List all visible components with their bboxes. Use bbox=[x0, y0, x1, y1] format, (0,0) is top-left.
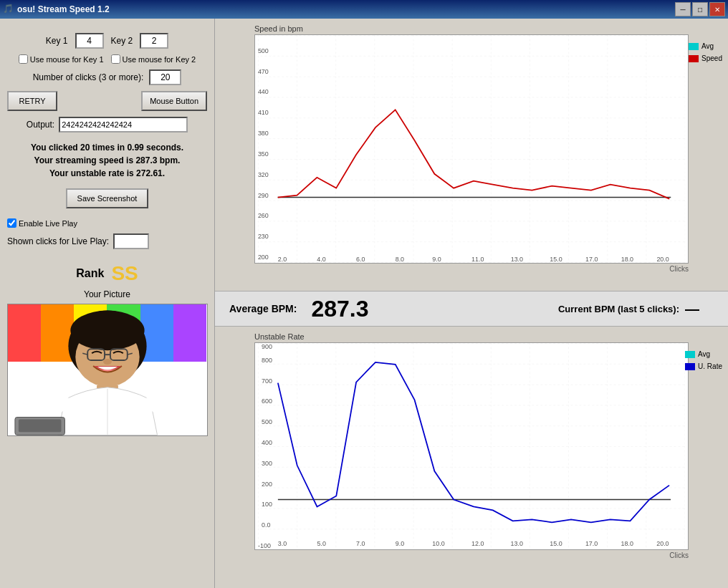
rank-value: SS bbox=[111, 262, 138, 285]
svg-text:500: 500 bbox=[262, 418, 272, 425]
svg-text:700: 700 bbox=[262, 377, 272, 385]
speed-label: Speed bbox=[701, 54, 722, 62]
maximize-button[interactable]: □ bbox=[692, 2, 708, 16]
key2-input[interactable] bbox=[140, 33, 168, 49]
speed-chart-svg: 200 230 260 290 320 350 380 410 440 470 … bbox=[255, 35, 688, 263]
current-bpm-value: — bbox=[685, 301, 714, 317]
svg-text:18.0: 18.0 bbox=[621, 540, 633, 547]
key2-label: Key 2 bbox=[111, 36, 133, 46]
svg-text:410: 410 bbox=[258, 109, 269, 116]
svg-text:290: 290 bbox=[258, 192, 269, 199]
picture-frame bbox=[7, 304, 208, 436]
svg-rect-14 bbox=[18, 419, 61, 432]
use-mouse-key1-label[interactable]: Use mouse for Key 1 bbox=[19, 54, 104, 64]
mouse-button-button[interactable]: Mouse Button bbox=[141, 91, 207, 111]
maximize-icon: □ bbox=[698, 6, 702, 14]
svg-rect-16 bbox=[258, 35, 685, 263]
minimize-button[interactable]: ─ bbox=[675, 2, 691, 16]
clicks-input[interactable] bbox=[149, 69, 181, 85]
svg-text:18.0: 18.0 bbox=[621, 256, 633, 263]
result-line1: You clicked 20 times in 0.99 seconds. bbox=[7, 141, 207, 154]
close-icon: ✕ bbox=[714, 6, 720, 14]
rank-row: Rank SS bbox=[76, 262, 138, 285]
window-controls: ─ □ ✕ bbox=[675, 2, 725, 16]
svg-text:7.0: 7.0 bbox=[356, 540, 365, 547]
output-row: Output: bbox=[7, 117, 207, 132]
shown-clicks-row: Shown clicks for Live Play: bbox=[7, 233, 207, 249]
unstable-chart-area: Unstable Rate -100 0.0 100 200 300 400 bbox=[215, 327, 728, 588]
result-line2: Your streaming speed is 287.3 bpm. bbox=[7, 154, 207, 167]
avg-color-unstable bbox=[685, 351, 695, 358]
speed-x-label: Clicks bbox=[254, 265, 689, 273]
svg-text:470: 470 bbox=[258, 68, 269, 75]
svg-text:260: 260 bbox=[258, 212, 269, 219]
svg-rect-40 bbox=[258, 343, 685, 549]
unstable-chart-legend: Avg U. Rate bbox=[685, 350, 722, 370]
avg-label: Avg bbox=[701, 42, 714, 50]
shown-clicks-input[interactable] bbox=[113, 233, 149, 249]
svg-text:11.0: 11.0 bbox=[471, 256, 484, 263]
svg-text:13.0: 13.0 bbox=[511, 256, 523, 263]
svg-text:20.0: 20.0 bbox=[656, 540, 669, 547]
svg-text:6.0: 6.0 bbox=[356, 256, 365, 263]
svg-text:20.0: 20.0 bbox=[656, 256, 669, 263]
svg-text:4.0: 4.0 bbox=[317, 256, 325, 263]
shown-clicks-label: Shown clicks for Live Play: bbox=[7, 236, 109, 246]
current-bpm-section: Current BPM (last 5 clicks): — bbox=[558, 301, 714, 317]
right-panel: Speed in bpm 200 230 260 290 320 bbox=[215, 19, 728, 588]
urate-color bbox=[685, 363, 695, 370]
svg-text:5.0: 5.0 bbox=[317, 540, 325, 547]
left-panel: Key 1 Key 2 Use mouse for Key 1 Use mous… bbox=[0, 19, 215, 588]
svg-text:900: 900 bbox=[262, 343, 272, 350]
enable-live-play-checkbox[interactable] bbox=[7, 218, 16, 228]
unstable-chart-svg: -100 0.0 100 200 300 400 500 600 700 800… bbox=[255, 343, 688, 549]
mouse-checkbox-row: Use mouse for Key 1 Use mouse for Key 2 bbox=[7, 54, 207, 64]
svg-point-8 bbox=[103, 359, 112, 365]
svg-text:17.0: 17.0 bbox=[585, 256, 598, 263]
urate-label: U. Rate bbox=[698, 362, 722, 370]
close-button[interactable]: ✕ bbox=[709, 2, 725, 16]
clicks-row: Number of clicks (3 or more): bbox=[7, 69, 207, 85]
rank-label: Rank bbox=[76, 267, 104, 280]
svg-text:320: 320 bbox=[258, 171, 269, 178]
speed-chart-title: Speed in bpm bbox=[254, 24, 689, 33]
svg-text:0.0: 0.0 bbox=[262, 521, 270, 529]
avg-bpm-label: Average BPM: bbox=[229, 303, 297, 314]
title-bar: 🎵 osu! Stream Speed 1.2 ─ □ ✕ bbox=[0, 0, 728, 19]
avg-color bbox=[689, 43, 699, 50]
rank-section: Rank SS Your Picture bbox=[7, 262, 207, 436]
svg-text:200: 200 bbox=[262, 481, 272, 488]
svg-text:800: 800 bbox=[262, 357, 272, 364]
output-input[interactable] bbox=[59, 117, 188, 132]
btn-row: RETRY Mouse Button bbox=[7, 91, 207, 111]
live-play-row: Enable Live Play bbox=[7, 218, 207, 228]
use-mouse-key2-label[interactable]: Use mouse for Key 2 bbox=[111, 54, 196, 64]
speed-chart-area: Speed in bpm 200 230 260 290 320 bbox=[215, 19, 728, 291]
svg-text:440: 440 bbox=[258, 88, 269, 95]
enable-live-play-label[interactable]: Enable Live Play bbox=[7, 218, 77, 228]
your-picture-label: Your Picture bbox=[84, 289, 130, 299]
svg-text:2.0: 2.0 bbox=[278, 256, 287, 263]
legend-speed: Speed bbox=[689, 54, 722, 62]
app-icon: 🎵 bbox=[3, 4, 14, 15]
svg-text:200: 200 bbox=[258, 254, 269, 261]
minimize-icon: ─ bbox=[680, 6, 685, 14]
legend-avg-unstable: Avg bbox=[685, 350, 722, 358]
retry-button[interactable]: RETRY bbox=[7, 91, 57, 111]
svg-text:3.0: 3.0 bbox=[278, 540, 287, 547]
person-illustration bbox=[8, 304, 207, 435]
svg-text:15.0: 15.0 bbox=[550, 540, 562, 547]
key1-input[interactable] bbox=[75, 33, 104, 49]
result-line3: Your unstable rate is 272.61. bbox=[7, 167, 207, 180]
use-mouse-key2-checkbox[interactable] bbox=[111, 54, 120, 64]
clicks-label: Number of clicks (3 or more): bbox=[33, 72, 144, 82]
save-screenshot-button[interactable]: Save Screenshot bbox=[66, 188, 149, 208]
svg-text:10.0: 10.0 bbox=[432, 540, 444, 547]
svg-text:17.0: 17.0 bbox=[585, 540, 598, 547]
speed-chart-legend: Avg Speed bbox=[689, 42, 722, 62]
use-mouse-key1-checkbox[interactable] bbox=[19, 54, 28, 64]
svg-text:350: 350 bbox=[258, 150, 269, 158]
legend-avg: Avg bbox=[689, 42, 722, 50]
svg-point-2 bbox=[70, 311, 144, 351]
svg-text:400: 400 bbox=[262, 439, 272, 446]
